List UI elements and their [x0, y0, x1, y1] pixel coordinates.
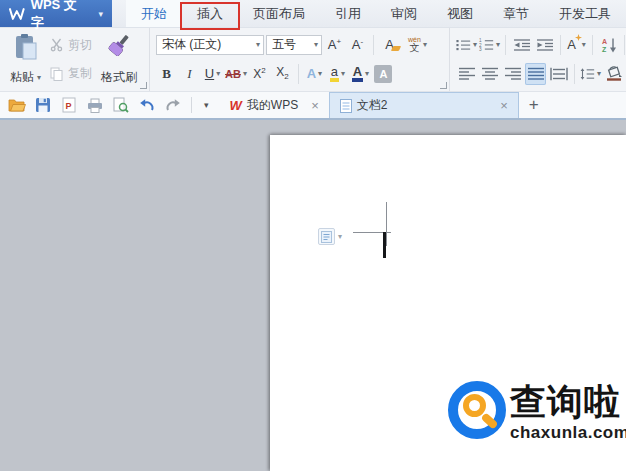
- superscript-button[interactable]: X2: [249, 63, 270, 85]
- ribbon: 粘贴▾ 剪切 复制 格式刷: [0, 28, 626, 92]
- separator: [373, 35, 374, 55]
- justify-icon: [527, 67, 545, 81]
- document-page[interactable]: ▾ 查询啦 chaxunla.com: [270, 135, 626, 471]
- svg-text:3: 3: [479, 47, 482, 52]
- undo-button[interactable]: [136, 94, 158, 116]
- strikethrough-button[interactable]: AB▾: [225, 63, 247, 85]
- numbering-caret-icon: ▾: [496, 40, 500, 49]
- clipboard-dialog-launcher[interactable]: [140, 82, 147, 89]
- text-effect-caret-icon: ▾: [582, 40, 586, 49]
- align-left-button[interactable]: [456, 63, 477, 85]
- shrink-font-button[interactable]: A-: [347, 34, 368, 56]
- numbering-button[interactable]: 123 ▾: [479, 34, 500, 56]
- tab-references[interactable]: 引用: [320, 0, 376, 27]
- text-cursor: [383, 232, 386, 258]
- close-tab-icon[interactable]: ×: [500, 98, 508, 113]
- shading-button[interactable]: [603, 63, 624, 85]
- doc-tab-my-wps[interactable]: W 我的WPS ×: [220, 92, 329, 118]
- increase-indent-button[interactable]: [534, 34, 555, 56]
- cut-button[interactable]: 剪切: [47, 32, 95, 58]
- margin-mark-vertical: [386, 202, 387, 246]
- copy-icon: [50, 67, 64, 81]
- tab-insert[interactable]: 插入: [182, 0, 238, 27]
- bold-button[interactable]: B: [156, 63, 177, 85]
- close-tab-icon[interactable]: ×: [311, 98, 319, 113]
- bullets-button[interactable]: ▾: [456, 34, 477, 56]
- font-color-caret-icon: ▾: [365, 69, 369, 78]
- redo-icon: [165, 98, 181, 113]
- sort-icon: AZ: [601, 37, 617, 53]
- separator: [191, 97, 192, 113]
- font-color-button[interactable]: A▾: [350, 63, 371, 85]
- phonetic-guide-button[interactable]: wén文 ▾: [407, 34, 428, 56]
- doc-tab-document2[interactable]: 文档2 ×: [329, 92, 519, 118]
- highlight-caret-icon: ▾: [341, 69, 345, 78]
- strikethrough-caret-icon: ▾: [243, 69, 247, 78]
- font-family-caret-icon: ▾: [252, 40, 260, 49]
- distribute-button[interactable]: [548, 63, 569, 85]
- tab-review[interactable]: 审阅: [376, 0, 432, 27]
- format-painter-button[interactable]: 格式刷: [97, 31, 141, 88]
- app-title: WPS 文字: [31, 0, 89, 32]
- underline-caret-icon: ▾: [216, 69, 220, 78]
- align-center-icon: [481, 67, 499, 81]
- shading-bucket-icon: [605, 66, 623, 81]
- numbering-icon: 123: [479, 37, 494, 52]
- redo-button[interactable]: [162, 94, 184, 116]
- sparkle-icon: [575, 34, 582, 41]
- paste-options-icon: [321, 231, 332, 243]
- paste-options-button[interactable]: ▾: [318, 228, 342, 245]
- italic-button[interactable]: I: [179, 63, 200, 85]
- text-effects-button[interactable]: A▾: [304, 63, 325, 85]
- quick-access-more-button[interactable]: ▾: [199, 100, 214, 110]
- align-left-icon: [458, 67, 476, 81]
- font-dialog-launcher[interactable]: [440, 82, 447, 89]
- decrease-indent-button[interactable]: [511, 34, 532, 56]
- character-shading-button[interactable]: A: [373, 63, 394, 85]
- align-right-icon: [504, 67, 522, 81]
- separator: [624, 35, 625, 55]
- save-button[interactable]: [32, 94, 54, 116]
- separator: [505, 35, 506, 55]
- highlight-color-button[interactable]: a▾: [327, 63, 348, 85]
- tab-page-layout[interactable]: 页面布局: [238, 0, 320, 27]
- print-button[interactable]: [84, 94, 106, 116]
- justify-button[interactable]: [525, 63, 546, 85]
- tab-section[interactable]: 章节: [488, 0, 544, 27]
- align-right-button[interactable]: [502, 63, 523, 85]
- paste-button[interactable]: 粘贴▾: [6, 31, 45, 88]
- clipboard-group: 粘贴▾ 剪切 复制 格式刷: [0, 28, 150, 91]
- sort-button[interactable]: AZ: [598, 34, 619, 56]
- line-spacing-button[interactable]: ▾: [580, 63, 601, 85]
- quick-access-toolbar: P ▾: [0, 92, 220, 118]
- app-menu-button[interactable]: WPS 文字 ▾: [0, 0, 112, 27]
- font-size-combobox[interactable]: 五号 ▾: [266, 35, 322, 55]
- app-menu-caret-icon: ▾: [98, 9, 103, 19]
- tab-view[interactable]: 视图: [432, 0, 488, 27]
- clear-formatting-button[interactable]: A: [379, 34, 400, 56]
- align-center-button[interactable]: [479, 63, 500, 85]
- ribbon-tab-strip: 开始 插入 页面布局 引用 审阅 视图 章节 开发工具: [126, 0, 626, 27]
- grow-font-button[interactable]: A+: [324, 34, 345, 56]
- svg-text:P: P: [66, 101, 72, 111]
- paste-caret-icon: ▾: [37, 73, 41, 82]
- effect-a-glyph: A: [567, 37, 576, 52]
- paragraph-group: ▾ 123 ▾ A ▾ AZ +: [450, 28, 626, 91]
- doc-page-icon: [340, 99, 352, 113]
- underline-button[interactable]: U▾: [202, 63, 223, 85]
- cut-label: 剪切: [68, 37, 92, 54]
- bullets-icon: [456, 38, 471, 52]
- export-pdf-button[interactable]: P: [58, 94, 80, 116]
- copy-button[interactable]: 复制: [47, 61, 95, 87]
- open-folder-icon: [8, 98, 26, 112]
- new-tab-button[interactable]: +: [519, 92, 549, 118]
- print-preview-button[interactable]: [110, 94, 132, 116]
- tab-home[interactable]: 开始: [126, 0, 182, 27]
- subscript-button[interactable]: X2: [272, 63, 293, 85]
- open-button[interactable]: [6, 94, 28, 116]
- text-effect-button[interactable]: A ▾: [566, 34, 587, 56]
- font-size-value: 五号: [272, 36, 296, 53]
- watermark: 查询啦 chaxunla.com: [448, 381, 626, 443]
- tab-developer[interactable]: 开发工具: [544, 0, 626, 27]
- font-family-combobox[interactable]: 宋体 (正文) ▾: [156, 35, 264, 55]
